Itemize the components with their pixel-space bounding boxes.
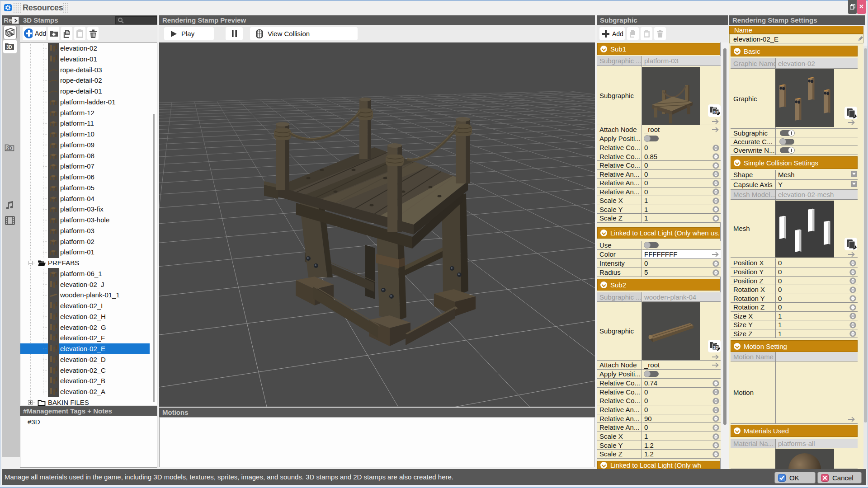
svg-text:2D: 2D xyxy=(6,146,12,151)
svg-text:3D: 3D xyxy=(6,45,12,50)
svg-text:3D: 3D xyxy=(713,345,719,350)
svg-text:3D: 3D xyxy=(713,110,719,114)
